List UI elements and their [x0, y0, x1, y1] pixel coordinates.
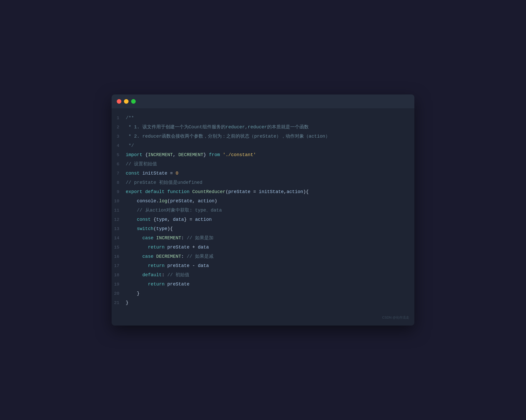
- code-line: 18 default: // 初始值: [112, 271, 414, 280]
- code-content: }: [126, 299, 414, 307]
- code-content: const initState = 0: [126, 169, 414, 177]
- code-line: 2 * 1. 该文件用于创建一个为Count组件服务的reducer,reduc…: [112, 123, 414, 132]
- code-content: // 设置初始值: [126, 160, 414, 168]
- code-line: 4 */: [112, 141, 414, 150]
- line-number: 4: [112, 142, 126, 150]
- code-content: }: [126, 290, 414, 298]
- line-number: 6: [112, 161, 126, 168]
- line-number: 16: [112, 253, 126, 261]
- code-line: 1 /**: [112, 113, 414, 123]
- line-number: 11: [112, 207, 126, 214]
- code-line: 13 switch(type){: [112, 224, 414, 234]
- line-number: 18: [112, 272, 126, 279]
- code-line: 20 }: [112, 289, 414, 298]
- dot-yellow[interactable]: [124, 99, 129, 104]
- code-line: 8 // preState 初始值是undefined: [112, 178, 414, 187]
- watermark: CSDN @化作流走: [112, 313, 414, 324]
- line-number: 3: [112, 133, 126, 140]
- code-content: * 2. reducer函数会接收两个参数，分别为：之前的状态（preState…: [126, 132, 414, 140]
- code-content: case INCREMENT: // 如果是加: [126, 234, 414, 242]
- code-content: import {INCREMENT, DECREMENT} from './co…: [126, 151, 414, 159]
- line-number: 20: [112, 290, 126, 298]
- code-content: return preState + data: [126, 243, 414, 251]
- code-content: /**: [126, 114, 414, 122]
- line-number: 12: [112, 216, 126, 224]
- code-content: * 1. 该文件用于创建一个为Count组件服务的reducer,reducer…: [126, 123, 414, 131]
- line-number: 15: [112, 244, 126, 251]
- line-number: 9: [112, 188, 126, 196]
- code-line: 15 return preState + data: [112, 243, 414, 252]
- code-content: return preState - data: [126, 262, 414, 270]
- code-line: 17 return preState - data: [112, 261, 414, 271]
- code-line: 3 * 2. reducer函数会接收两个参数，分别为：之前的状态（preSta…: [112, 132, 414, 141]
- code-content: case DECREMENT: // 如果是减: [126, 253, 414, 261]
- code-window: 1 /** 2 * 1. 该文件用于创建一个为Count组件服务的reducer…: [112, 94, 414, 326]
- code-content: return preState: [126, 280, 414, 288]
- line-number: 10: [112, 198, 126, 205]
- code-line: 6 // 设置初始值: [112, 160, 414, 169]
- line-number: 17: [112, 262, 126, 270]
- line-number: 2: [112, 124, 126, 131]
- code-content: */: [126, 142, 414, 150]
- title-bar: [112, 94, 414, 108]
- code-content: console.log(preState, action): [126, 197, 414, 205]
- code-line: 16 case DECREMENT: // 如果是减: [112, 252, 414, 261]
- line-number: 8: [112, 179, 126, 187]
- code-content: // preState 初始值是undefined: [126, 179, 414, 187]
- line-number: 13: [112, 225, 126, 233]
- code-line: 12 const {type, data} = action: [112, 215, 414, 224]
- code-area: 1 /** 2 * 1. 该文件用于创建一个为Count组件服务的reducer…: [112, 108, 414, 313]
- code-line: 14 case INCREMENT: // 如果是加: [112, 234, 414, 243]
- dot-red[interactable]: [117, 99, 121, 104]
- code-content: default: // 初始值: [126, 271, 414, 279]
- code-content: export default function CountReducer(pre…: [126, 188, 414, 196]
- code-line: 5 import {INCREMENT, DECREMENT} from './…: [112, 150, 414, 160]
- code-line: 21 }: [112, 298, 414, 308]
- code-line: 11 // 从action对象中获取: type、data: [112, 206, 414, 215]
- line-number: 21: [112, 299, 126, 307]
- code-line: 10 console.log(preState, action): [112, 197, 414, 206]
- dot-green[interactable]: [131, 99, 136, 104]
- line-number: 1: [112, 114, 126, 122]
- line-number: 5: [112, 151, 126, 159]
- line-number: 7: [112, 170, 126, 177]
- code-content: // 从action对象中获取: type、data: [126, 206, 414, 214]
- code-line: 9 export default function CountReducer(p…: [112, 187, 414, 197]
- code-line: 19 return preState: [112, 280, 414, 289]
- code-content: switch(type){: [126, 225, 414, 233]
- line-number: 19: [112, 281, 126, 288]
- code-line: 7 const initState = 0: [112, 169, 414, 178]
- code-content: const {type, data} = action: [126, 216, 414, 224]
- line-number: 14: [112, 235, 126, 242]
